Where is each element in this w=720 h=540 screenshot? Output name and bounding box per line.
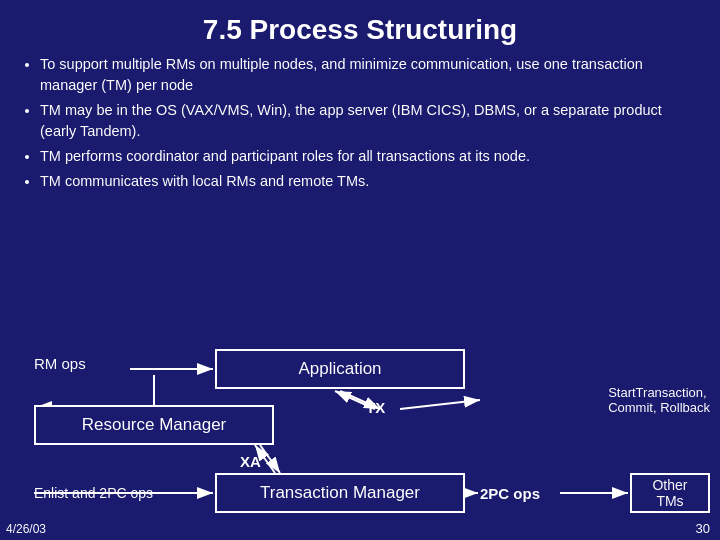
svg-line-5	[400, 400, 480, 409]
twopc-label: 2PC ops	[480, 485, 540, 502]
xa-label: XA	[240, 453, 261, 470]
bullet-list: To support multiple RMs on multiple node…	[0, 54, 720, 206]
rm-ops-label: RM ops	[34, 355, 86, 372]
bullet-4: TM communicates with local RMs and remot…	[40, 171, 696, 192]
application-box: Application	[215, 349, 465, 389]
enlist-label: Enlist and 2PC ops	[34, 485, 153, 501]
tx-label: TX	[366, 399, 385, 416]
diagram: RM ops Application TX StartTransaction,C…	[0, 345, 720, 540]
bullet-1: To support multiple RMs on multiple node…	[40, 54, 696, 96]
page-number: 30	[696, 521, 710, 536]
start-transaction-label: StartTransaction,Commit, Rollback	[608, 385, 710, 415]
other-tms-box: OtherTMs	[630, 473, 710, 513]
bullet-3: TM performs coordinator and participant …	[40, 146, 696, 167]
transaction-manager-box: Transaction Manager	[215, 473, 465, 513]
date-label: 4/26/03	[6, 522, 46, 536]
bullet-2: TM may be in the OS (VAX/VMS, Win), the …	[40, 100, 696, 142]
svg-line-8	[260, 445, 280, 473]
resource-manager-box: Resource Manager	[34, 405, 274, 445]
page-title: 7.5 Process Structuring	[0, 0, 720, 54]
